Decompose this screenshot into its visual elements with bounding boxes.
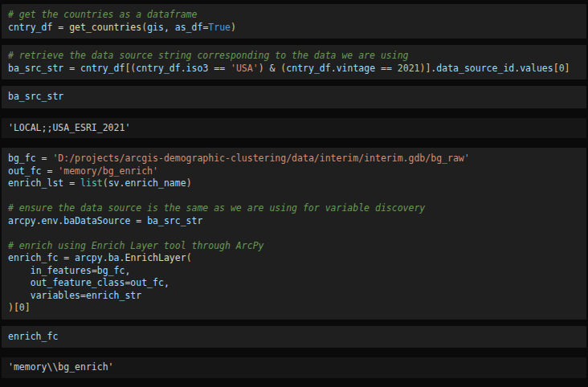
notebook: # get the countries as a dataframecntry_… bbox=[0, 0, 588, 387]
token-num: 0 bbox=[559, 63, 565, 74]
code-line: # ensure the data source is the same as … bbox=[8, 202, 580, 215]
token-pln bbox=[8, 265, 31, 276]
token-var: cntry_df bbox=[136, 63, 180, 74]
token-var: sv bbox=[108, 177, 120, 189]
token-op: == bbox=[208, 63, 231, 74]
code-line: ba_src_str bbox=[8, 91, 580, 104]
token-op: = bbox=[80, 290, 86, 301]
token-var: cntry_df bbox=[286, 63, 330, 74]
token-cls: list bbox=[80, 177, 103, 189]
token-var: out_fc bbox=[8, 165, 42, 177]
token-var: iso3 bbox=[186, 63, 209, 74]
code-cell[interactable]: # retrieve the data source string corres… bbox=[2, 45, 586, 79]
code-line: # enrich using Enrich Layer tool through… bbox=[8, 240, 580, 253]
token-op: = bbox=[92, 265, 97, 276]
token-var: baDataSource bbox=[63, 215, 130, 226]
token-brk: ] bbox=[25, 302, 31, 313]
token-op: = bbox=[58, 252, 75, 263]
code-cell[interactable]: bg_fc = 'D:/projects/arcgis-demographic-… bbox=[2, 148, 586, 320]
token-var: enrich_str bbox=[86, 290, 141, 301]
token-com: # get the countries as a dataframe bbox=[8, 9, 197, 20]
code-line: bg_fc = 'D:/projects/arcgis-demographic-… bbox=[8, 153, 580, 165]
token-out: 'memory\\bg_enrich' bbox=[8, 361, 114, 373]
token-op: = bbox=[63, 63, 80, 74]
token-pln: , bbox=[125, 265, 130, 276]
code-line: )[0] bbox=[8, 302, 580, 315]
output-line: 'memory\\bg_enrich' bbox=[8, 361, 580, 374]
token-kw: True bbox=[208, 22, 231, 33]
token-brk: ) bbox=[259, 63, 264, 74]
token-pln: , bbox=[164, 277, 169, 288]
token-var: ba_src_str bbox=[147, 215, 202, 226]
token-pln: . bbox=[36, 215, 42, 226]
code-line bbox=[8, 227, 580, 240]
token-var: enrich_lst bbox=[8, 177, 63, 189]
code-line: # retrieve the data source string corres… bbox=[8, 50, 580, 63]
token-com: # enrich using Enrich Layer tool through… bbox=[8, 240, 264, 251]
token-var: enrich_fc bbox=[8, 252, 58, 263]
token-num: 2021 bbox=[398, 63, 420, 74]
token-pln bbox=[8, 290, 31, 301]
token-var: arcpy bbox=[75, 252, 103, 263]
token-pln bbox=[8, 277, 31, 288]
code-cell[interactable]: # get the countries as a dataframecntry_… bbox=[2, 4, 586, 39]
token-var: bg_fc bbox=[97, 265, 125, 276]
code-line: variables=enrich_str bbox=[8, 290, 580, 303]
output-cell: 'LOCAL;;USA_ESRI_2021' bbox=[2, 118, 586, 139]
token-fn: EnrichLayer bbox=[125, 252, 186, 263]
token-var: arcpy bbox=[8, 215, 36, 226]
token-var: bg_fc bbox=[8, 153, 36, 164]
code-line: enrich_fc = arcpy.ba.EnrichLayer( bbox=[8, 252, 580, 265]
token-var: ba_src_str bbox=[8, 63, 63, 74]
token-var: ba bbox=[108, 252, 120, 263]
token-pln: . bbox=[103, 252, 108, 263]
token-var: data_source_id bbox=[436, 63, 514, 74]
token-var: env bbox=[42, 215, 59, 226]
token-brk: ) bbox=[231, 22, 236, 33]
token-var: ba_src_str bbox=[8, 91, 63, 102]
token-var: out_feature_class bbox=[31, 277, 125, 288]
code-cell[interactable]: enrich_fc bbox=[2, 326, 586, 348]
token-var: out_fc bbox=[130, 277, 164, 288]
token-brk: ( bbox=[103, 177, 108, 189]
token-var: cntry_df bbox=[80, 63, 125, 74]
token-brk: ) bbox=[186, 177, 192, 189]
output-cell: 'memory\\bg_enrich' bbox=[2, 357, 586, 378]
token-op: & bbox=[264, 63, 281, 74]
token-num: 0 bbox=[19, 302, 25, 313]
token-str: 'D:/projects/arcgis-demographic-clusteri… bbox=[52, 153, 469, 164]
code-line: enrich_lst = list(sv.enrich_name) bbox=[8, 177, 580, 190]
token-brk: ( bbox=[186, 252, 192, 263]
token-brk: [( bbox=[125, 63, 136, 74]
token-op: = bbox=[130, 215, 147, 226]
code-line bbox=[8, 190, 580, 203]
token-op: = bbox=[63, 177, 80, 189]
token-brk: )[ bbox=[8, 302, 19, 313]
code-line: enrich_fc bbox=[8, 331, 580, 344]
code-cell[interactable]: ba_src_str bbox=[2, 86, 586, 108]
code-line: arcpy.env.baDataSource = ba_src_str bbox=[8, 215, 580, 228]
output-line: 'LOCAL;;USA_ESRI_2021' bbox=[8, 122, 580, 135]
token-var: vintage bbox=[337, 63, 375, 74]
token-str: 'USA' bbox=[231, 63, 259, 74]
code-line: out_feature_class=out_fc, bbox=[8, 277, 580, 290]
code-line: cntry_df = get_countries(gis, as_df=True… bbox=[8, 22, 580, 35]
code-line: # get the countries as a dataframe bbox=[8, 9, 580, 22]
token-var: as_df bbox=[175, 22, 203, 33]
token-var: gis bbox=[147, 22, 164, 33]
token-pln: . bbox=[331, 63, 337, 74]
token-var: values bbox=[520, 63, 553, 74]
token-brk: ] bbox=[565, 63, 570, 74]
token-pln: . bbox=[181, 63, 186, 74]
token-brk: )] bbox=[420, 63, 431, 74]
token-op: = bbox=[36, 153, 53, 164]
token-com: # ensure the data source is the same as … bbox=[8, 202, 425, 214]
token-var: enrich_name bbox=[125, 177, 186, 189]
token-out: 'LOCAL;;USA_ESRI_2021' bbox=[8, 122, 130, 133]
token-brk: [ bbox=[553, 63, 559, 74]
token-op: = bbox=[52, 22, 69, 33]
token-var: variables bbox=[31, 290, 80, 301]
token-str: 'memory/bg_enrich' bbox=[58, 165, 158, 177]
code-line: in_features=bg_fc, bbox=[8, 265, 580, 278]
token-pln: , bbox=[164, 22, 175, 33]
